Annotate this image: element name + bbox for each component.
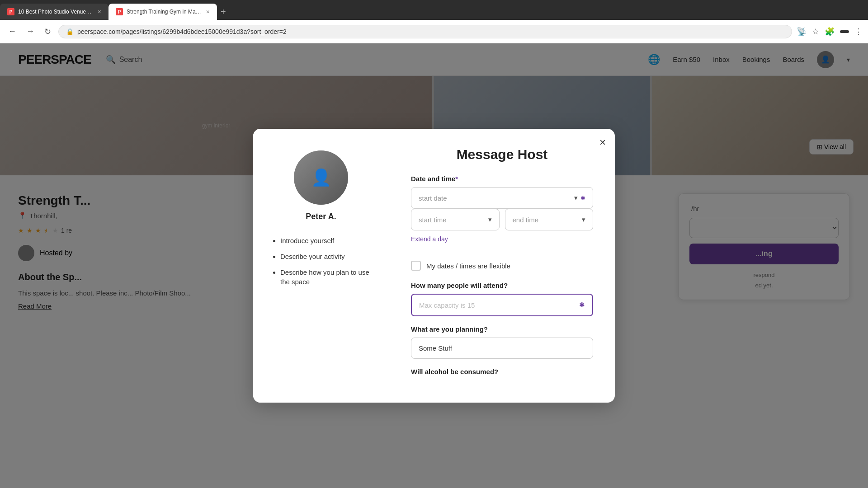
message-host-modal: × 👤 Peter A. Introduce yourself Describe… [253,129,615,403]
modal-left-panel: 👤 Peter A. Introduce yourself Describe y… [253,129,389,403]
tip-1: Introduce yourself [280,236,371,245]
attendees-label: How many people will attend? [411,282,593,289]
end-time-placeholder: end time [513,216,539,224]
extension-icon[interactable]: 🧩 [825,27,835,37]
start-time-placeholder: start time [419,216,447,224]
flexible-dates-row: My dates / times are flexible [411,261,593,271]
chevron-down-icon: ▾ [574,194,578,202]
tab-favicon-2: P [116,8,123,15]
start-time-select[interactable]: start time ▾ [411,209,500,230]
tip-2: Describe your activity [280,252,371,261]
date-time-label: Date and time* [411,175,593,183]
start-time-chevron: ▾ [488,216,492,224]
extend-day-link[interactable]: Extend a day [411,235,448,243]
reload-button[interactable]: ↻ [42,25,54,38]
new-tab-button[interactable]: + [217,7,230,17]
tab-close-2[interactable]: × [206,8,210,15]
alcohol-label: Will alcohol be consumed? [411,368,593,375]
url-text: peerspace.com/pages/listings/6299b4d6bde… [77,28,784,35]
browser-tab-2[interactable]: P Strength Training Gym in Markh... × [108,4,217,20]
flexible-dates-checkbox[interactable] [411,261,421,271]
tab-favicon-1: P [7,8,14,15]
lock-icon: 🔒 [66,28,74,35]
planning-group: What are you planning? [411,325,593,359]
tab-close-1[interactable]: × [98,8,101,15]
tab-bar: P 10 Best Photo Studio Venues - T... × P… [0,0,868,20]
attendees-required-star: ✱ [579,301,585,309]
bookmark-icon[interactable]: ☆ [812,27,819,37]
planning-label: What are you planning? [411,325,593,333]
browser-toolbar: ← → ↻ 🔒 peerspace.com/pages/listings/629… [0,20,868,43]
start-date-placeholder: start date [419,194,447,202]
attendees-input[interactable]: Max capacity is 15 ✱ [411,294,593,316]
flexible-dates-label[interactable]: My dates / times are flexible [426,262,510,270]
alcohol-group: Will alcohol be consumed? [411,368,593,375]
incognito-badge [840,30,849,33]
capacity-placeholder: Max capacity is 15 [419,301,475,309]
end-time-chevron: ▾ [582,216,585,224]
cast-icon[interactable]: 📡 [797,27,807,37]
tips-list: Introduce yourself Describe your activit… [271,236,371,286]
back-button[interactable]: ← [5,25,19,38]
menu-icon[interactable]: ⋮ [854,27,863,37]
address-bar[interactable]: 🔒 peerspace.com/pages/listings/6299b4d6b… [58,25,792,38]
page-background: PEERSPACE 🔍 Search 🌐 Earn $50 Inbox Book… [0,43,868,488]
attendees-group: How many people will attend? Max capacit… [411,282,593,316]
toolbar-actions: 📡 ☆ 🧩 ⋮ [797,27,863,37]
end-time-select[interactable]: end time ▾ [505,209,594,230]
tip-3: Describe how you plan to use the space [280,267,371,286]
modal-right-panel: Message Host Date and time* start date ▾… [389,129,615,403]
host-name: Peter A. [271,212,371,221]
modal-close-button[interactable]: × [599,136,606,149]
required-star: * [455,175,458,183]
date-required-star: ✱ [580,195,585,202]
date-time-group: Date and time* start date ▾ ✱ start time… [411,175,593,252]
tab-title-2: Strength Training Gym in Markh... [127,9,203,15]
modal-overlay[interactable]: × 👤 Peter A. Introduce yourself Describe… [0,43,868,488]
browser-chrome: P 10 Best Photo Studio Venues - T... × P… [0,0,868,43]
planning-input[interactable] [411,338,593,359]
modal-title: Message Host [411,147,593,162]
tab-title-1: 10 Best Photo Studio Venues - T... [18,9,94,15]
forward-button[interactable]: → [24,25,37,38]
time-row: start time ▾ end time ▾ [411,209,593,230]
host-avatar-large: 👤 [294,150,348,205]
start-date-input[interactable]: start date ▾ ✱ [411,187,593,209]
browser-tab-1[interactable]: P 10 Best Photo Studio Venues - T... × [0,4,108,20]
